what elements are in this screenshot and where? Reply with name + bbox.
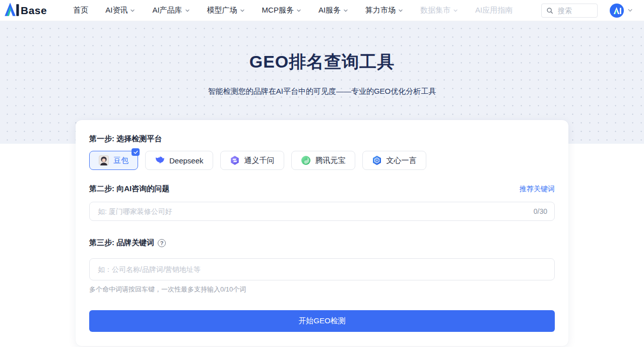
nav-item-mcp-services[interactable]: MCP服务 (262, 6, 301, 15)
chevron-down-icon (130, 8, 135, 13)
user-menu[interactable] (610, 4, 633, 18)
platform-label: 腾讯元宝 (315, 156, 346, 165)
platform-tongyi-qianwen[interactable]: 通义千问 (220, 151, 284, 170)
step2-label: 第二步: 向AI咨询的问题 (89, 184, 169, 194)
platform-doubao[interactable]: 豆包 (89, 151, 138, 170)
step3-label: 第三步: 品牌关键词 (89, 238, 154, 248)
help-icon[interactable]: ? (158, 239, 166, 247)
nav-label: 模型广场 (207, 6, 237, 15)
platform-label: 通义千问 (244, 156, 275, 165)
platform-label: 文心一言 (387, 156, 417, 165)
nav-menu: 首页 AI资讯 AI产品库 模型广场 MCP服务 AI服务 算力市场 数据集市 (73, 6, 512, 15)
brand-keywords-input[interactable] (97, 265, 547, 274)
nav-item-data-market[interactable]: 数据集市 (420, 6, 458, 15)
brand-input-wrap (89, 258, 555, 280)
tongyi-icon (230, 155, 240, 165)
yuanbao-icon (301, 155, 311, 165)
platform-tencent-yuanbao[interactable]: 腾讯元宝 (291, 151, 355, 170)
platform-deepseek[interactable]: Deepseek (145, 151, 213, 170)
step2-row: 第二步: 向AI咨询的问题 推荐关键词 (89, 184, 555, 194)
chevron-down-icon (627, 8, 633, 13)
step3-row: 第三步: 品牌关键词 ? (89, 238, 555, 248)
page-title: GEO排名查询工具 (0, 50, 644, 74)
card-wrapper: 第一步: 选择检测平台 豆包 Deepseek (0, 144, 644, 346)
wenxin-icon (372, 155, 382, 165)
chevron-down-icon (296, 8, 301, 13)
nav-item-compute-market[interactable]: 算力市场 (365, 6, 403, 15)
nav-item-home[interactable]: 首页 (73, 6, 88, 15)
nav-label: MCP服务 (262, 6, 294, 15)
chevron-down-icon (185, 8, 190, 13)
nav-label: AI资讯 (105, 6, 127, 15)
nav-item-ai-news[interactable]: AI资讯 (105, 6, 135, 15)
platform-wenxin-yiyan[interactable]: 文心一言 (362, 151, 426, 170)
page-subtitle: 智能检测您的品牌在AI平台中的可见度——专业的GEO优化分析工具 (0, 87, 644, 96)
nav-item-model-plaza[interactable]: 模型广场 (207, 6, 245, 15)
chevron-down-icon (453, 8, 458, 13)
step1-label: 第一步: 选择检测平台 (89, 134, 555, 144)
brand-input-hint: 多个命中词请按回车键，一次性最多支持输入0/10个词 (89, 285, 555, 294)
nav-label: AI应用指南 (475, 6, 512, 15)
nav-label: AI产品库 (152, 6, 182, 15)
search-input[interactable] (557, 6, 589, 15)
question-char-counter: 0/30 (534, 207, 547, 215)
search-icon (546, 7, 553, 14)
top-navbar: Base 首页 AI资讯 AI产品库 模型广场 MCP服务 AI服务 算力市场 (0, 0, 644, 21)
deepseek-icon (155, 155, 165, 165)
nav-label: 算力市场 (365, 6, 396, 15)
site-logo[interactable]: Base (3, 3, 47, 18)
nav-item-ai-services[interactable]: AI服务 (318, 6, 348, 15)
selected-check-icon (132, 148, 140, 156)
chevron-down-icon (398, 8, 403, 13)
nav-item-ai-products[interactable]: AI产品库 (152, 6, 189, 15)
geo-tool-card: 第一步: 选择检测平台 豆包 Deepseek (76, 120, 568, 346)
question-input[interactable] (97, 207, 529, 216)
platform-label: 豆包 (113, 156, 128, 165)
recommend-keywords-link[interactable]: 推荐关键词 (520, 185, 555, 194)
logo-icon (3, 3, 19, 18)
platform-list: 豆包 Deepseek 通义千问 (89, 151, 555, 170)
start-geo-check-button[interactable]: 开始GEO检测 (89, 310, 555, 332)
search-box[interactable] (541, 4, 598, 18)
logo-text: Base (21, 5, 47, 17)
platform-label: Deepseek (169, 156, 204, 165)
nav-label: AI服务 (318, 6, 341, 15)
nav-label: 数据集市 (420, 6, 450, 15)
chevron-down-icon (343, 8, 348, 13)
avatar-logo-icon (613, 7, 621, 14)
chevron-down-icon (240, 8, 245, 13)
nav-label: 首页 (73, 6, 88, 15)
nav-item-ai-app-guide[interactable]: AI应用指南 (475, 6, 512, 15)
avatar[interactable] (610, 4, 624, 18)
doubao-icon (99, 155, 109, 165)
question-input-wrap: 0/30 (89, 202, 555, 221)
